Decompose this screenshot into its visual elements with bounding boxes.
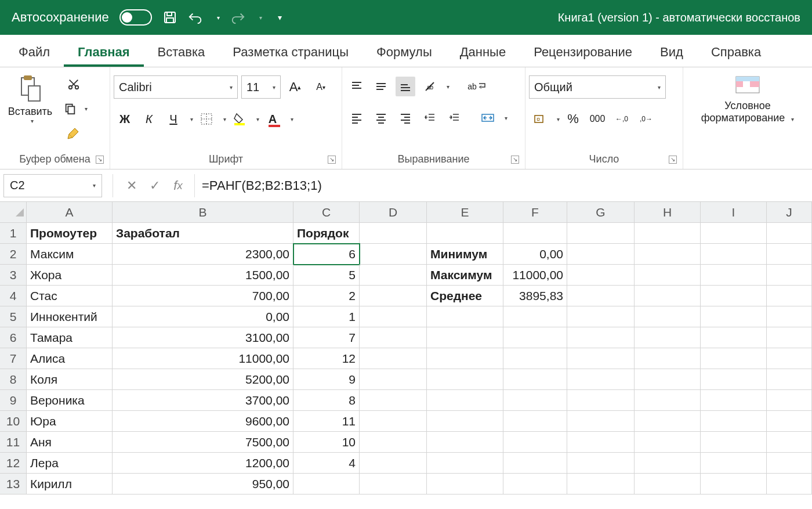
cell[interactable] [503,306,567,327]
cell[interactable]: 5200,00 [113,369,293,390]
align-left-icon[interactable] [347,108,367,128]
cell[interactable] [503,348,567,369]
cell[interactable]: 7 [293,327,360,348]
cell[interactable] [360,432,427,453]
cell[interactable]: Иннокентий [27,306,113,327]
cell[interactable] [767,306,812,327]
cell[interactable]: 1 [293,306,360,327]
cell[interactable]: 2 [293,286,360,306]
cell[interactable] [767,411,812,432]
column-header[interactable]: E [427,202,503,223]
cell[interactable] [767,369,812,390]
cell[interactable]: 10 [293,432,360,453]
font-size-select[interactable]: 11▾ [241,75,281,99]
autosave-toggle[interactable] [119,9,152,26]
increase-decimal-icon[interactable]: ←,0 [612,109,632,129]
number-format-select[interactable]: Общий▾ [529,75,666,99]
cell[interactable] [767,244,812,265]
cell[interactable] [635,223,701,244]
cell[interactable]: Максимум [427,265,503,286]
italic-button[interactable]: К [139,109,159,129]
cell[interactable] [635,306,701,327]
cell[interactable]: Алиса [27,348,113,369]
cell[interactable]: Промоутер [27,223,113,244]
cell[interactable] [427,306,503,327]
cell[interactable]: 8 [293,390,360,411]
row-header[interactable]: 3 [0,265,27,286]
cell[interactable] [635,453,701,474]
cell[interactable] [360,306,427,327]
cell[interactable]: 11000,00 [503,265,567,286]
cell[interactable] [427,348,503,369]
cell[interactable]: Среднее [427,286,503,306]
cut-icon[interactable] [60,74,86,94]
align-middle-icon[interactable] [371,77,391,96]
cell[interactable] [360,453,427,474]
cell[interactable]: 9 [293,369,360,390]
cell[interactable] [701,453,767,474]
cell[interactable] [635,411,701,432]
column-header[interactable]: H [635,202,701,223]
cell[interactable] [635,244,701,265]
row-header[interactable]: 9 [0,390,27,411]
cell[interactable] [701,244,767,265]
cell[interactable] [701,265,767,286]
cell[interactable]: Лера [27,453,113,474]
column-header[interactable]: B [113,202,293,223]
cell[interactable] [567,327,635,348]
alignment-launcher-icon[interactable]: ↘ [511,156,519,164]
cell[interactable] [503,474,567,494]
percent-format-icon[interactable]: % [563,109,583,129]
cell[interactable] [767,453,812,474]
cell[interactable] [567,223,635,244]
cell[interactable] [360,369,427,390]
column-header[interactable]: F [503,202,567,223]
cell[interactable] [360,411,427,432]
tab-layout[interactable]: Разметка страницы [219,39,362,67]
cell[interactable]: 1500,00 [113,265,293,286]
orientation-icon[interactable]: ab [420,77,440,96]
cell[interactable] [360,348,427,369]
fx-icon[interactable]: fx [166,174,190,197]
cell[interactable] [427,327,503,348]
row-header[interactable]: 11 [0,432,27,453]
cell[interactable] [567,244,635,265]
cell[interactable] [427,432,503,453]
cell[interactable] [567,432,635,453]
wrap-text-icon[interactable]: ab [467,77,487,96]
row-header[interactable]: 8 [0,369,27,390]
cell[interactable] [360,286,427,306]
cell[interactable] [503,411,567,432]
cell[interactable]: 11 [293,411,360,432]
number-launcher-icon[interactable]: ↘ [669,156,677,164]
cell[interactable]: Максим [27,244,113,265]
cell[interactable] [635,265,701,286]
row-header[interactable]: 4 [0,286,27,306]
cell[interactable] [567,411,635,432]
cell[interactable]: 3100,00 [113,327,293,348]
name-box[interactable]: C2▾ [3,174,102,197]
cell[interactable] [701,369,767,390]
cell[interactable] [360,390,427,411]
copy-icon[interactable] [60,99,80,118]
cell[interactable]: Порядок [293,223,360,244]
cell[interactable]: Жора [27,265,113,286]
cell[interactable] [767,432,812,453]
cell[interactable] [427,223,503,244]
tab-data[interactable]: Данные [446,39,520,67]
row-header[interactable]: 2 [0,244,27,265]
align-right-icon[interactable] [396,108,415,128]
cell[interactable] [635,369,701,390]
cell[interactable]: Стас [27,286,113,306]
cell[interactable] [767,265,812,286]
redo-icon[interactable] [230,10,245,25]
cell[interactable]: 11000,00 [113,348,293,369]
cell[interactable] [767,327,812,348]
tab-review[interactable]: Рецензирование [520,39,646,67]
cell[interactable] [701,306,767,327]
cell[interactable] [503,432,567,453]
cell[interactable]: Коля [27,369,113,390]
tab-home[interactable]: Главная [64,39,143,67]
cell[interactable] [567,453,635,474]
cell[interactable] [701,327,767,348]
